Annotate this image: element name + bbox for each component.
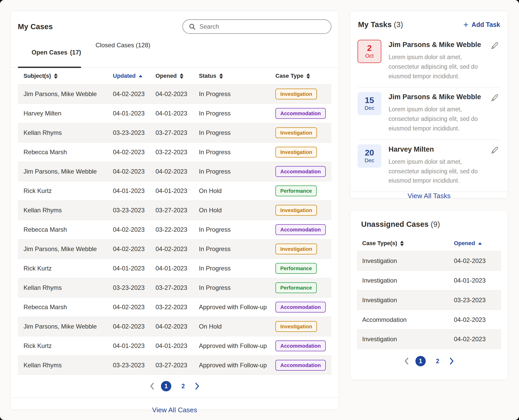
cell-subjects: Harvey Milten	[24, 110, 113, 117]
cell-updated: 04-02-2023	[113, 323, 156, 330]
cell-status: In Progress	[199, 149, 275, 156]
cell-subjects: Jim Parsons, Mike Webble	[24, 168, 113, 175]
my-tasks-header: My Tasks (3) + Add Task	[350, 11, 508, 32]
cell-case-type: Accommodation	[275, 108, 326, 119]
search-box[interactable]	[182, 19, 331, 34]
cell-case-type: Investigation	[275, 321, 326, 332]
page-button-1[interactable]: 1	[415, 356, 426, 366]
view-all-tasks-link[interactable]: View All Tasks	[408, 192, 451, 200]
table-row[interactable]: Jim Parsons, Mike Webble04-02-202304-02-…	[18, 162, 331, 181]
cell-case-type: Investigation	[362, 297, 454, 304]
table-row[interactable]: Rick Kurtz04-01-202304-01-2023In Progres…	[18, 259, 331, 278]
cell-status: Approved with Follow-up	[199, 342, 275, 349]
cell-opened: 03-27-2023	[156, 207, 199, 214]
case-type-badge: Investigation	[275, 147, 317, 158]
table-row[interactable]: Investigation03-23-2023	[357, 290, 501, 310]
prev-page-button[interactable]	[404, 357, 409, 365]
table-row[interactable]: Jim Parsons, Mike Webble04-02-202304-02-…	[18, 84, 331, 104]
my-cases-card: My Cases Open Cases(17) Closed Cases (12…	[10, 11, 339, 410]
task-date-day: 20	[365, 149, 374, 157]
table-row[interactable]: Kellan Rhyms03-23-202303-27-2023On HoldI…	[18, 200, 331, 220]
cases-pagination: 12	[18, 375, 331, 398]
unassigned-table-body: Investigation04-02-2023Investigation04-0…	[357, 251, 501, 349]
table-row[interactable]: Rick Kurtz04-01-202304-01-2023Approved w…	[18, 336, 331, 355]
table-row[interactable]: Rick Kurtz04-01-202304-01-2023On HoldPer…	[18, 181, 331, 200]
cell-updated: 04-01-2023	[113, 265, 156, 272]
cell-updated: 04-01-2023	[113, 187, 156, 195]
case-type-badge: Investigation	[275, 321, 317, 332]
search-input[interactable]	[199, 23, 325, 30]
case-type-badge: Accommodation	[275, 166, 326, 177]
cell-status: On Hold	[199, 323, 275, 330]
case-type-badge: Investigation	[275, 127, 317, 138]
sort-icon	[54, 73, 58, 79]
edit-task-icon[interactable]	[490, 146, 501, 185]
case-type-badge: Performance	[275, 263, 317, 274]
sort-header-opened[interactable]: Opened	[156, 73, 199, 79]
tab-open-cases[interactable]: Open Cases(17)	[18, 42, 81, 67]
sort-icon	[306, 73, 310, 79]
page-button-1[interactable]: 1	[161, 381, 171, 391]
task-description: Lorem ipsum dolor sit amet, consectetur …	[389, 105, 483, 133]
cell-case-type: Performance	[275, 263, 326, 274]
task-title: Harvey Milten	[389, 145, 483, 153]
cell-status: On Hold	[199, 187, 275, 195]
cell-case-type: Investigation	[275, 147, 326, 158]
page-button-2[interactable]: 2	[432, 356, 443, 366]
cell-updated: 04-02-2023	[113, 149, 156, 156]
sort-header-status[interactable]: Status	[199, 73, 275, 79]
task-list: 2OctJim Parsons & Mike WebbleLorem ipsum…	[350, 32, 508, 192]
sort-header-case-types[interactable]: Case Type(s)	[362, 240, 454, 247]
cell-subjects: Rebecca Marsh	[24, 226, 113, 233]
table-row[interactable]: Rebecca Marsh04-02-202303-22-2023In Prog…	[18, 142, 331, 162]
task-item: 15DecJim Parsons & Mike WebbleLorem ipsu…	[358, 87, 501, 139]
next-page-button[interactable]	[195, 383, 200, 390]
table-row[interactable]: Investigation04-02-2023	[357, 251, 501, 270]
cell-status: In Progress	[199, 245, 275, 253]
table-row[interactable]: Investigation04-02-2023	[357, 329, 501, 349]
cell-case-type: Accommodation	[275, 340, 326, 351]
edit-task-icon[interactable]	[490, 94, 501, 133]
task-item: 20DecHarvey MiltenLorem ipsum dolor sit …	[358, 140, 501, 192]
page-button-2[interactable]: 2	[178, 381, 188, 391]
table-row[interactable]: Kellan Rhyms03-23-202303-27-2023In Progr…	[18, 278, 331, 297]
cell-status: On Hold	[199, 207, 275, 214]
cell-updated: 03-23-2023	[113, 129, 156, 136]
cell-opened: 04-02-2023	[156, 245, 199, 253]
my-tasks-card: My Tasks (3) + Add Task 2OctJim Parsons …	[350, 11, 508, 198]
cell-opened: 03-27-2023	[156, 284, 199, 291]
case-type-badge: Accommodation	[275, 108, 326, 119]
case-type-badge: Investigation	[275, 89, 317, 99]
case-type-badge: Accommodation	[275, 340, 326, 351]
cell-updated: 04-02-2023	[113, 226, 156, 233]
table-row[interactable]: Kellan Rhyms03-23-202303-27-2023Approved…	[18, 355, 331, 375]
cases-table: Subject(s) Updated Opened Status Case Ty…	[18, 68, 331, 398]
task-description: Lorem ipsum dolor sit amet, consectetur …	[389, 52, 483, 81]
cell-opened: 04-02-2023	[156, 90, 199, 98]
sort-header-opened-unassigned[interactable]: Opened	[454, 240, 496, 247]
task-date-month: Dec	[365, 105, 374, 111]
table-row[interactable]: Investigation04-01-2023	[357, 270, 501, 290]
table-row[interactable]: Rebecca Marsh04-02-202303-22-2023Approve…	[18, 297, 331, 317]
cell-case-type: Investigation	[362, 336, 454, 343]
tab-closed-cases[interactable]: Closed Cases (128)	[96, 42, 150, 67]
sort-header-subjects[interactable]: Subject(s)	[24, 73, 113, 79]
table-row[interactable]: Harvey Milten04-01-202304-01-2023In Prog…	[18, 104, 331, 123]
task-date-badge: 15Dec	[358, 92, 381, 115]
sort-icon	[400, 241, 404, 246]
table-row[interactable]: Rebecca Marsh04-02-202303-22-2023In Prog…	[18, 220, 331, 239]
tasks-footer: View All Tasks	[350, 192, 508, 200]
table-row[interactable]: Kellan Rhyms03-23-202303-27-2023In Progr…	[18, 123, 331, 142]
cell-opened: 03-27-2023	[156, 129, 199, 136]
add-task-button[interactable]: + Add Task	[463, 21, 500, 28]
table-row[interactable]: Jim Parsons, Mike Webble04-02-202304-02-…	[18, 239, 331, 259]
view-all-cases-link[interactable]: View All Cases	[152, 406, 197, 414]
table-row[interactable]: Jim Parsons, Mike Webble04-02-202304-02-…	[18, 317, 331, 336]
table-row[interactable]: Accommodation04-02-2023	[357, 310, 501, 329]
prev-page-button[interactable]	[150, 383, 154, 390]
sort-header-updated[interactable]: Updated	[113, 73, 156, 79]
edit-task-icon[interactable]	[490, 41, 501, 81]
sort-header-case-type[interactable]: Case Type	[275, 73, 326, 79]
next-page-button[interactable]	[450, 357, 454, 365]
cell-status: In Progress	[199, 284, 275, 291]
